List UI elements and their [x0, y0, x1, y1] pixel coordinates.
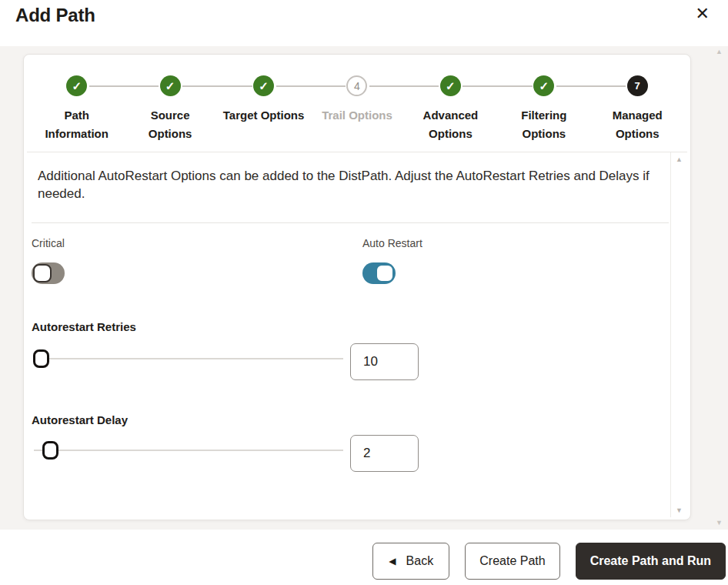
check-circle-icon[interactable]: ✓ — [160, 75, 181, 96]
create-path-label: Create Path — [479, 554, 545, 568]
scroll-up-icon[interactable]: ▲ — [676, 155, 683, 163]
divider — [32, 222, 669, 223]
step-label: Target Options — [223, 106, 305, 125]
check-circle-icon[interactable]: ✓ — [533, 75, 554, 96]
step-label: Source Options — [149, 106, 192, 143]
autorestart-retries-label: Autorestart Retries — [32, 320, 136, 333]
autorestart-retries-slider — [34, 349, 343, 369]
critical-label: Critical — [32, 237, 65, 249]
back-arrow-icon: ◀ — [389, 556, 396, 567]
dialog-title: Add Path — [15, 5, 95, 26]
wizard-card: ✓ Path Information ✓ Source Options ✓ Ta… — [23, 54, 691, 520]
create-path-and-run-button[interactable]: Create Path and Run — [576, 543, 726, 580]
scroll-down-icon[interactable]: ▼ — [716, 519, 723, 526]
step-label: Trail Options — [322, 106, 392, 125]
back-button-label: Back — [406, 554, 434, 568]
slider-track[interactable] — [34, 358, 343, 359]
create-path-and-run-label: Create Path and Run — [590, 554, 711, 568]
step-number-circle[interactable]: 4 — [346, 75, 367, 96]
scroll-down-icon[interactable]: ▼ — [676, 506, 683, 514]
critical-toggle[interactable] — [32, 262, 65, 284]
wizard-stepper: ✓ Path Information ✓ Source Options ✓ Ta… — [30, 75, 684, 143]
current-step-circle[interactable]: 7 — [627, 75, 648, 96]
check-circle-icon[interactable]: ✓ — [66, 75, 87, 96]
toggle-knob — [33, 264, 52, 282]
step-label: Managed Options — [613, 106, 663, 143]
dialog-header: Add Path ✕ — [0, 0, 728, 46]
slider-track[interactable] — [34, 450, 343, 451]
step-managed-options: 7 Managed Options — [591, 75, 684, 143]
autorestart-delay-label: Autorestart Delay — [32, 413, 128, 426]
check-circle-icon[interactable]: ✓ — [440, 75, 461, 96]
create-path-button[interactable]: Create Path — [465, 543, 559, 580]
step-content-pane: Additional AutoRestart Options can be ad… — [27, 152, 687, 517]
slider-handle[interactable] — [33, 349, 49, 368]
scroll-up-icon[interactable]: ▲ — [716, 48, 723, 55]
auto-restart-label: Auto Restart — [362, 237, 422, 249]
autorestart-retries-input[interactable] — [350, 343, 419, 380]
step-label: Advanced Options — [423, 106, 479, 143]
add-path-dialog: Add Path ✕ ▲ ▼ ✓ Path Information ✓ Sour… — [0, 0, 728, 585]
step-label: Path Information — [45, 106, 109, 143]
auto-restart-toggle[interactable] — [362, 262, 396, 284]
check-circle-icon[interactable]: ✓ — [253, 75, 274, 96]
autorestart-delay-slider — [34, 440, 343, 460]
slider-handle[interactable] — [42, 441, 58, 460]
autorestart-delay-input[interactable] — [350, 435, 419, 472]
close-icon[interactable]: ✕ — [696, 4, 710, 24]
card-scrollbar: ▲ ▼ — [670, 152, 687, 517]
dialog-footer: ◀ Back Create Path Create Path and Run — [0, 530, 728, 585]
step-label: Filtering Options — [521, 106, 566, 143]
back-button[interactable]: ◀ Back — [372, 543, 449, 580]
step-description: Additional AutoRestart Options can be ad… — [38, 168, 653, 203]
toggle-knob — [376, 264, 394, 282]
dialog-body: ▲ ▼ ✓ Path Information ✓ Source Options … — [0, 46, 728, 530]
